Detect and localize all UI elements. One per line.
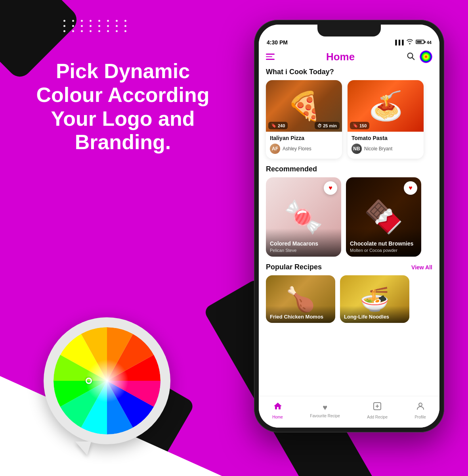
pasta-calories: 🔖 150: [350, 122, 369, 129]
bookmark-icon-2: 🔖: [353, 123, 358, 128]
status-time: 4:30 PM: [267, 39, 288, 46]
pasta-author-row: NB Nicole Bryant: [351, 144, 420, 154]
popular-card-chicken[interactable]: Fried Chicken Momos: [266, 275, 335, 323]
app-title: Home: [326, 51, 355, 63]
recommended-row: ♥ Colored Macarons Pelican Steve ♥ Choco…: [259, 177, 439, 263]
signal-icon: ▐▐▐: [394, 40, 404, 45]
nav-favourite[interactable]: ♥ Favourite Recipe: [310, 403, 340, 418]
brownies-sub: Molten or Cocoa powder: [350, 248, 417, 253]
hamburger-menu-button[interactable]: [266, 54, 275, 60]
home-label: Home: [272, 415, 283, 419]
phone-inner: 4:30 PM ▐▐▐ 44: [259, 25, 439, 428]
svg-line-3: [412, 58, 414, 60]
hamburger-line-3: [266, 59, 275, 60]
phone-notch: [317, 25, 381, 36]
popular-title: Popular Recipes: [266, 263, 322, 271]
svg-point-1: [53, 327, 160, 434]
profile-icon: [416, 401, 425, 413]
nicole-avatar: NB: [351, 144, 362, 154]
clock-icon: ⏱: [317, 123, 322, 128]
battery-container: [416, 39, 424, 45]
nav-profile[interactable]: Profile: [415, 401, 426, 419]
popular-card-noodles[interactable]: Long-Life Noodles: [340, 275, 409, 323]
hamburger-line-2: [266, 56, 272, 58]
app-content: Home: [259, 47, 439, 422]
color-wheel: [53, 327, 160, 434]
phone-outer: 4:30 PM ▐▐▐ 44: [254, 20, 444, 432]
macarons-heart[interactable]: ♥: [324, 181, 337, 195]
recipe-card-pasta[interactable]: 🔖 150 Tomato Pasta NB Nicole Bryant: [348, 80, 424, 159]
header-actions: [406, 50, 432, 63]
nicole-name: Nicole Bryant: [364, 146, 392, 152]
rec-card-brownies[interactable]: ♥ Chocolate nut Brownies Molten or Cocoa…: [346, 177, 421, 257]
left-panel: Pick Dynamic Colour According Your Logo …: [24, 60, 222, 154]
pizza-calories: 🔖 240: [268, 122, 288, 129]
pasta-name: Tomato Pasta: [351, 135, 420, 141]
recommended-title: Recommended: [259, 165, 439, 177]
macarons-title: Colored Macarons: [270, 240, 337, 247]
wifi-icon: [406, 39, 413, 46]
brownies-heart[interactable]: ♥: [404, 181, 417, 195]
brownies-info: Chocolate nut Brownies Molten or Cocoa p…: [346, 228, 421, 257]
pasta-stats: 🔖 150: [350, 122, 421, 129]
macarons-sub: Pelican Steve: [270, 248, 337, 253]
favourite-label: Favourite Recipe: [310, 414, 340, 418]
ashley-avatar: AF: [270, 144, 280, 154]
home-icon: [273, 401, 283, 413]
pizza-time: ⏱ 25 min: [315, 122, 340, 129]
svg-point-8: [419, 403, 422, 406]
nav-home[interactable]: Home: [272, 401, 283, 419]
pizza-info: Italiyan Pizza AF Ashley Flores: [266, 132, 342, 159]
macarons-info: Colored Macarons Pelican Steve: [266, 228, 341, 257]
pizza-author-row: AF Ashley Flores: [270, 144, 338, 154]
main-headline: Pick Dynamic Colour According Your Logo …: [24, 60, 222, 154]
noodles-label: Long-Life Noodles: [340, 306, 409, 323]
search-button[interactable]: [406, 52, 415, 62]
app-header: Home: [259, 47, 439, 68]
hamburger-line-1: [266, 54, 275, 55]
battery-level: 44: [427, 40, 432, 45]
pizza-image: 🔖 240 ⏱ 25 min: [266, 80, 342, 132]
popular-row: Fried Chicken Momos Long-Life Noodles: [259, 275, 439, 323]
what-i-cook-title: What i Cook Today?: [259, 68, 439, 80]
what-i-cook-row: 🔖 240 ⏱ 25 min Italiyan Pizza: [259, 80, 439, 165]
phone-mockup: 4:30 PM ▐▐▐ 44: [254, 20, 452, 456]
chicken-label: Fried Chicken Momos: [266, 306, 335, 323]
pasta-info: Tomato Pasta NB Nicole Bryant: [348, 132, 424, 159]
color-palette-button[interactable]: [420, 50, 432, 63]
heart-icon: ♥: [323, 403, 327, 412]
rec-card-macarons[interactable]: ♥ Colored Macarons Pelican Steve: [266, 177, 341, 257]
popular-section-header: Popular Recipes View All: [259, 263, 439, 275]
pizza-stats: 🔖 240 ⏱ 25 min: [268, 122, 340, 129]
dots-pattern: [63, 20, 130, 32]
pasta-image: 🔖 150: [348, 80, 424, 132]
view-all-button[interactable]: View All: [411, 264, 432, 271]
nav-add-recipe[interactable]: Add Recipe: [367, 401, 388, 419]
pizza-name: Italiyan Pizza: [270, 135, 338, 141]
color-wheel-bubble: [44, 317, 170, 444]
color-wheel-container: [44, 317, 174, 456]
bookmark-icon: 🔖: [271, 123, 277, 128]
brownies-title: Chocolate nut Brownies: [350, 240, 417, 247]
plus-square-icon: [372, 401, 382, 413]
recipe-card-pizza[interactable]: 🔖 240 ⏱ 25 min Italiyan Pizza: [266, 80, 342, 159]
color-wheel-selector[interactable]: [86, 378, 92, 384]
status-icons: ▐▐▐ 44: [394, 39, 432, 46]
ashley-name: Ashley Flores: [283, 146, 311, 152]
profile-label: Profile: [415, 415, 426, 419]
svg-point-4: [420, 50, 432, 63]
bottom-nav: Home ♥ Favourite Recipe Add Recipe: [259, 396, 439, 428]
add-recipe-label: Add Recipe: [367, 415, 388, 419]
